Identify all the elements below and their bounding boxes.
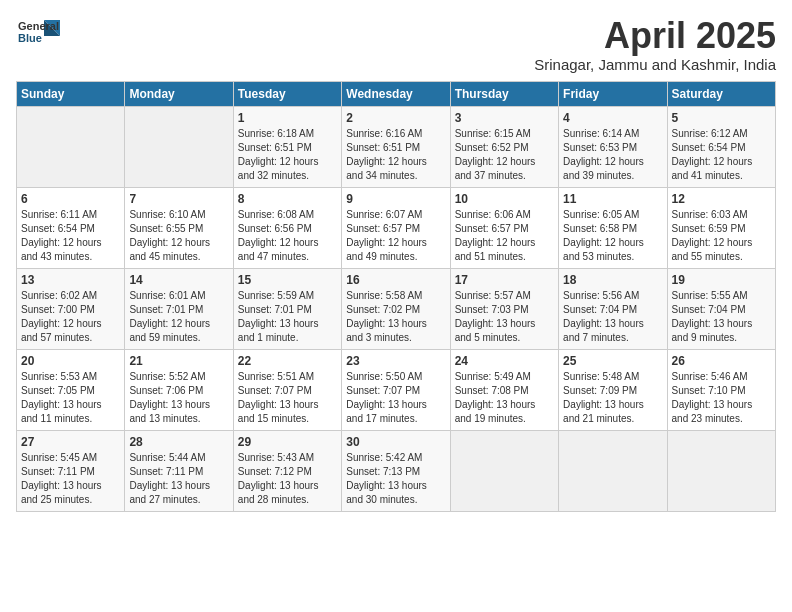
calendar-cell: 1Sunrise: 6:18 AM Sunset: 6:51 PM Daylig… <box>233 106 341 187</box>
location-title: Srinagar, Jammu and Kashmir, India <box>534 56 776 73</box>
day-detail: Sunrise: 6:15 AM Sunset: 6:52 PM Dayligh… <box>455 127 554 183</box>
day-number: 1 <box>238 111 337 125</box>
day-number: 23 <box>346 354 445 368</box>
day-number: 25 <box>563 354 662 368</box>
day-number: 13 <box>21 273 120 287</box>
calendar-week-row: 13Sunrise: 6:02 AM Sunset: 7:00 PM Dayli… <box>17 268 776 349</box>
calendar-cell: 23Sunrise: 5:50 AM Sunset: 7:07 PM Dayli… <box>342 349 450 430</box>
day-number: 20 <box>21 354 120 368</box>
calendar-cell: 10Sunrise: 6:06 AM Sunset: 6:57 PM Dayli… <box>450 187 558 268</box>
day-number: 4 <box>563 111 662 125</box>
calendar-cell: 22Sunrise: 5:51 AM Sunset: 7:07 PM Dayli… <box>233 349 341 430</box>
day-detail: Sunrise: 5:49 AM Sunset: 7:08 PM Dayligh… <box>455 370 554 426</box>
day-number: 24 <box>455 354 554 368</box>
calendar-cell: 29Sunrise: 5:43 AM Sunset: 7:12 PM Dayli… <box>233 430 341 511</box>
page-header: General Blue April 2025 Srinagar, Jammu … <box>16 16 776 73</box>
day-detail: Sunrise: 6:16 AM Sunset: 6:51 PM Dayligh… <box>346 127 445 183</box>
calendar-cell: 7Sunrise: 6:10 AM Sunset: 6:55 PM Daylig… <box>125 187 233 268</box>
day-detail: Sunrise: 6:02 AM Sunset: 7:00 PM Dayligh… <box>21 289 120 345</box>
day-detail: Sunrise: 5:46 AM Sunset: 7:10 PM Dayligh… <box>672 370 771 426</box>
calendar-cell: 17Sunrise: 5:57 AM Sunset: 7:03 PM Dayli… <box>450 268 558 349</box>
calendar-cell: 18Sunrise: 5:56 AM Sunset: 7:04 PM Dayli… <box>559 268 667 349</box>
day-number: 15 <box>238 273 337 287</box>
day-number: 7 <box>129 192 228 206</box>
day-detail: Sunrise: 5:53 AM Sunset: 7:05 PM Dayligh… <box>21 370 120 426</box>
month-title: April 2025 <box>534 16 776 56</box>
day-number: 28 <box>129 435 228 449</box>
day-detail: Sunrise: 6:06 AM Sunset: 6:57 PM Dayligh… <box>455 208 554 264</box>
calendar-cell: 12Sunrise: 6:03 AM Sunset: 6:59 PM Dayli… <box>667 187 775 268</box>
day-detail: Sunrise: 5:48 AM Sunset: 7:09 PM Dayligh… <box>563 370 662 426</box>
day-number: 21 <box>129 354 228 368</box>
day-detail: Sunrise: 6:12 AM Sunset: 6:54 PM Dayligh… <box>672 127 771 183</box>
title-block: April 2025 Srinagar, Jammu and Kashmir, … <box>534 16 776 73</box>
day-detail: Sunrise: 6:08 AM Sunset: 6:56 PM Dayligh… <box>238 208 337 264</box>
weekday-header: Thursday <box>450 81 558 106</box>
calendar-cell: 24Sunrise: 5:49 AM Sunset: 7:08 PM Dayli… <box>450 349 558 430</box>
weekday-header: Monday <box>125 81 233 106</box>
day-detail: Sunrise: 6:11 AM Sunset: 6:54 PM Dayligh… <box>21 208 120 264</box>
svg-text:General: General <box>18 20 59 32</box>
day-detail: Sunrise: 5:58 AM Sunset: 7:02 PM Dayligh… <box>346 289 445 345</box>
calendar-cell: 26Sunrise: 5:46 AM Sunset: 7:10 PM Dayli… <box>667 349 775 430</box>
day-number: 8 <box>238 192 337 206</box>
day-number: 18 <box>563 273 662 287</box>
calendar-cell: 2Sunrise: 6:16 AM Sunset: 6:51 PM Daylig… <box>342 106 450 187</box>
calendar-cell: 13Sunrise: 6:02 AM Sunset: 7:00 PM Dayli… <box>17 268 125 349</box>
day-detail: Sunrise: 5:45 AM Sunset: 7:11 PM Dayligh… <box>21 451 120 507</box>
day-detail: Sunrise: 6:03 AM Sunset: 6:59 PM Dayligh… <box>672 208 771 264</box>
day-detail: Sunrise: 6:10 AM Sunset: 6:55 PM Dayligh… <box>129 208 228 264</box>
weekday-header: Tuesday <box>233 81 341 106</box>
day-number: 2 <box>346 111 445 125</box>
day-detail: Sunrise: 6:07 AM Sunset: 6:57 PM Dayligh… <box>346 208 445 264</box>
calendar-cell <box>667 430 775 511</box>
calendar-cell: 27Sunrise: 5:45 AM Sunset: 7:11 PM Dayli… <box>17 430 125 511</box>
weekday-header-row: SundayMondayTuesdayWednesdayThursdayFrid… <box>17 81 776 106</box>
calendar-cell: 14Sunrise: 6:01 AM Sunset: 7:01 PM Dayli… <box>125 268 233 349</box>
day-detail: Sunrise: 5:59 AM Sunset: 7:01 PM Dayligh… <box>238 289 337 345</box>
day-number: 12 <box>672 192 771 206</box>
calendar-cell: 11Sunrise: 6:05 AM Sunset: 6:58 PM Dayli… <box>559 187 667 268</box>
day-number: 17 <box>455 273 554 287</box>
calendar-cell: 5Sunrise: 6:12 AM Sunset: 6:54 PM Daylig… <box>667 106 775 187</box>
weekday-header: Friday <box>559 81 667 106</box>
day-detail: Sunrise: 6:14 AM Sunset: 6:53 PM Dayligh… <box>563 127 662 183</box>
day-number: 27 <box>21 435 120 449</box>
day-number: 9 <box>346 192 445 206</box>
calendar-cell: 15Sunrise: 5:59 AM Sunset: 7:01 PM Dayli… <box>233 268 341 349</box>
day-number: 30 <box>346 435 445 449</box>
day-number: 16 <box>346 273 445 287</box>
calendar-cell <box>559 430 667 511</box>
day-detail: Sunrise: 6:01 AM Sunset: 7:01 PM Dayligh… <box>129 289 228 345</box>
day-number: 5 <box>672 111 771 125</box>
day-detail: Sunrise: 5:51 AM Sunset: 7:07 PM Dayligh… <box>238 370 337 426</box>
day-detail: Sunrise: 5:44 AM Sunset: 7:11 PM Dayligh… <box>129 451 228 507</box>
calendar-cell: 30Sunrise: 5:42 AM Sunset: 7:13 PM Dayli… <box>342 430 450 511</box>
calendar-cell: 19Sunrise: 5:55 AM Sunset: 7:04 PM Dayli… <box>667 268 775 349</box>
calendar-cell: 3Sunrise: 6:15 AM Sunset: 6:52 PM Daylig… <box>450 106 558 187</box>
calendar-table: SundayMondayTuesdayWednesdayThursdayFrid… <box>16 81 776 512</box>
calendar-week-row: 1Sunrise: 6:18 AM Sunset: 6:51 PM Daylig… <box>17 106 776 187</box>
calendar-cell: 25Sunrise: 5:48 AM Sunset: 7:09 PM Dayli… <box>559 349 667 430</box>
day-number: 14 <box>129 273 228 287</box>
day-number: 11 <box>563 192 662 206</box>
calendar-cell: 4Sunrise: 6:14 AM Sunset: 6:53 PM Daylig… <box>559 106 667 187</box>
day-detail: Sunrise: 5:42 AM Sunset: 7:13 PM Dayligh… <box>346 451 445 507</box>
calendar-cell: 28Sunrise: 5:44 AM Sunset: 7:11 PM Dayli… <box>125 430 233 511</box>
day-number: 22 <box>238 354 337 368</box>
logo: General Blue <box>16 16 60 50</box>
calendar-cell: 8Sunrise: 6:08 AM Sunset: 6:56 PM Daylig… <box>233 187 341 268</box>
day-detail: Sunrise: 5:57 AM Sunset: 7:03 PM Dayligh… <box>455 289 554 345</box>
day-detail: Sunrise: 5:52 AM Sunset: 7:06 PM Dayligh… <box>129 370 228 426</box>
calendar-cell: 6Sunrise: 6:11 AM Sunset: 6:54 PM Daylig… <box>17 187 125 268</box>
weekday-header: Saturday <box>667 81 775 106</box>
day-number: 10 <box>455 192 554 206</box>
weekday-header: Wednesday <box>342 81 450 106</box>
day-number: 3 <box>455 111 554 125</box>
day-detail: Sunrise: 5:43 AM Sunset: 7:12 PM Dayligh… <box>238 451 337 507</box>
day-number: 29 <box>238 435 337 449</box>
calendar-cell: 21Sunrise: 5:52 AM Sunset: 7:06 PM Dayli… <box>125 349 233 430</box>
day-detail: Sunrise: 5:55 AM Sunset: 7:04 PM Dayligh… <box>672 289 771 345</box>
calendar-cell: 9Sunrise: 6:07 AM Sunset: 6:57 PM Daylig… <box>342 187 450 268</box>
calendar-cell <box>125 106 233 187</box>
